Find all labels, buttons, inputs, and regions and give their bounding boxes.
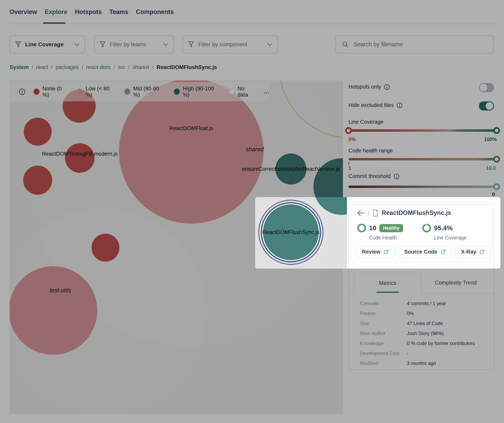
bubble-label: ReactDOMFlushSync.js [262, 229, 320, 235]
file-detail-header: / ReactDOMFlushSync.js [357, 209, 451, 216]
file-detail-inner-box: / ReactDOMFlushSync.js 10 Healthy Code H… [351, 204, 492, 262]
code-health-label: Code Health [369, 235, 417, 241]
external-link-icon [383, 249, 389, 255]
app-root: Overview Explore Hotspots Teams Componen… [0, 0, 504, 423]
code-health-value: 10 [369, 224, 376, 232]
line-coverage-stat: 95.4% Line Coverage [422, 224, 467, 241]
file-detail-card-top: / ReactDOMFlushSync.js 10 Healthy Code H… [348, 202, 494, 269]
status-badge: Healthy [379, 224, 403, 232]
file-icon [373, 209, 378, 216]
xray-button[interactable]: X-Ray [455, 246, 491, 258]
source-code-button[interactable]: Source Code [398, 246, 452, 258]
file-action-buttons: Review Source Code X-Ray [356, 246, 491, 258]
xray-button-label: X-Ray [461, 249, 476, 255]
card-spotlight-backdrop: / ReactDOMFlushSync.js 10 Healthy Code H… [347, 197, 500, 269]
source-code-button-label: Source Code [404, 249, 438, 255]
back-arrow-icon[interactable] [357, 210, 365, 216]
file-title: ReactDOMFlushSync.js [382, 209, 451, 216]
selected-bubble-area: ReactDOMFlushSync.js [255, 197, 347, 269]
code-health-ring-icon [357, 224, 366, 233]
header-separator: / [368, 210, 369, 216]
bubble-teal-large-bright[interactable] [313, 197, 347, 215]
external-link-icon [440, 249, 446, 255]
review-button-label: Review [362, 249, 380, 255]
line-coverage-value: 95.4% [434, 224, 453, 232]
line-coverage-label: Line Coverage [434, 235, 467, 241]
spotlight-region: ReactDOMFlushSync.js / ReactDOMFlushSync… [255, 197, 500, 269]
file-stats: 10 Healthy Code Health 95.4% Line Covera… [357, 224, 467, 241]
review-button[interactable]: Review [356, 246, 395, 258]
external-link-icon [479, 249, 485, 255]
line-coverage-ring-icon [422, 224, 431, 233]
code-health-stat: 10 Healthy Code Health [357, 224, 417, 241]
